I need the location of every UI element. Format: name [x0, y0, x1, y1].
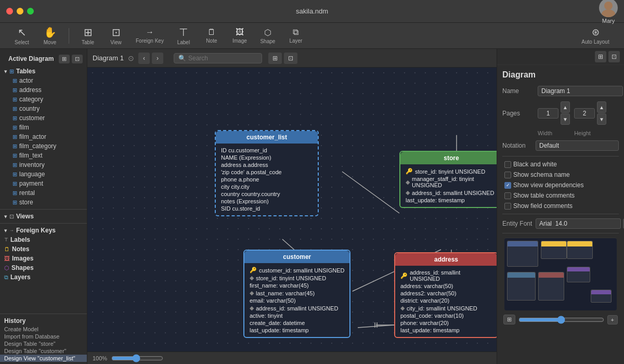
minimize-button[interactable] [17, 8, 23, 15]
table-icon-payment: ⊞ [12, 180, 17, 187]
auto-layout-button[interactable]: ⊛ Auto Layout [577, 24, 614, 47]
layer-tool[interactable]: ⧉ Layer [284, 25, 307, 46]
checkbox-black-white[interactable]: Black and white [502, 161, 619, 168]
height-value[interactable] [574, 108, 595, 119]
user-name: Mary [602, 18, 615, 24]
table-row: ID cu.customer_id [221, 147, 313, 154]
history-item-2[interactable]: Design Table "store" [0, 340, 87, 347]
checkbox-schema-name[interactable]: Show schema name [502, 171, 619, 178]
right-panel-nav: ⊞ ⊡ [595, 51, 620, 62]
tree-item-store[interactable]: ⊞ store [0, 198, 87, 207]
note-tool[interactable]: 🗒 Note [200, 25, 223, 46]
tree-item-film-text[interactable]: ⊞ film_text [0, 151, 87, 160]
shape-tool[interactable]: ⬡ Shape [256, 25, 279, 46]
name-label: Name [502, 87, 534, 95]
tree-item-inventory[interactable]: ⊞ inventory [0, 160, 87, 170]
svg-point-0 [604, 2, 613, 10]
tree-item-payment[interactable]: ⊞ payment [0, 179, 87, 188]
table-tool[interactable]: ⊞ Table [76, 24, 99, 47]
panel-bottom-btn-1[interactable]: ⊞ [503, 315, 515, 324]
height-increment[interactable]: ▲ [597, 101, 606, 113]
minimap-slider[interactable] [518, 316, 604, 324]
nav-next[interactable]: › [152, 53, 163, 64]
tree-images-group[interactable]: 🖼 Images [0, 254, 87, 263]
move-tool[interactable]: ✋ Move [38, 24, 61, 47]
width-decrement[interactable]: ▼ [561, 113, 570, 125]
table-row: ◆city_id: smallint UNSIGNED [400, 304, 492, 312]
close-button[interactable] [6, 8, 13, 15]
table-row: postal_code: varchar(10) [400, 312, 492, 319]
sidebar-nav-btn-1[interactable]: ⊞ [59, 55, 70, 63]
entity-font-input[interactable] [536, 218, 621, 229]
checkbox-tablecomments[interactable] [504, 192, 511, 199]
checkbox-bw[interactable] [504, 161, 511, 168]
checkbox-viewdeps[interactable]: ✓ [504, 182, 511, 189]
tree-item-rental[interactable]: ⊞ rental [0, 188, 87, 198]
height-decrement[interactable]: ▼ [597, 113, 606, 125]
tree-item-language[interactable]: ⊞ language [0, 170, 87, 179]
tree-item-film-category[interactable]: ⊞ film_category [0, 141, 87, 151]
sidebar-nav-btn-2[interactable]: ⊡ [72, 55, 83, 63]
panel-bottom-btn-2[interactable]: + [607, 315, 618, 324]
right-panel-content: Diagram Name Pages ▲ ▼ ▲ [497, 65, 624, 364]
table-customer[interactable]: customer 🔑customer_id: smallint UNSIGNED… [243, 250, 350, 338]
main-canvas[interactable]: customer_list ID cu.customer_id NAME (Ex… [87, 68, 497, 352]
maximize-button[interactable] [27, 8, 34, 15]
tree-item-address[interactable]: ⊞ address [0, 85, 87, 95]
tree-item-customer[interactable]: ⊞ customer [0, 113, 87, 123]
width-value[interactable] [538, 108, 558, 119]
table-row: phone: varchar(20) [400, 319, 492, 327]
tree-item-category[interactable]: ⊞ category [0, 95, 87, 104]
view-tool[interactable]: ⊡ View [105, 24, 127, 47]
view-btn-1[interactable]: ⊞ [268, 53, 282, 64]
image-tool[interactable]: 🖼 Image [228, 25, 251, 46]
foreign-key-tool[interactable]: → Foreign Key [133, 25, 167, 46]
tree-item-country[interactable]: ⊞ country [0, 104, 87, 113]
history-item-4[interactable]: Design View "customer_list" [0, 355, 87, 362]
zoom-slider[interactable] [111, 354, 163, 362]
checkbox-schema[interactable] [504, 172, 511, 178]
checkbox-fieldcomments[interactable] [504, 203, 511, 210]
notation-select[interactable]: Default IDEF1X Crow's Foot [536, 140, 619, 151]
svg-point-1 [602, 9, 615, 17]
right-nav-btn-1[interactable]: ⊞ [595, 51, 606, 62]
tree-shapes-group[interactable]: ⬡ Shapes [0, 263, 87, 272]
tree-layers-group[interactable]: ⧉ Layers [0, 272, 87, 282]
table-row: phone a.phone [221, 176, 313, 183]
table-store[interactable]: store 🔑store_id: tinyint UNSIGNED ◆manag… [399, 151, 497, 208]
name-input[interactable] [538, 86, 623, 96]
view-btn-2[interactable]: ⊡ [284, 53, 297, 64]
mm-table-6 [567, 267, 590, 282]
tree-tables-group[interactable]: ▾ ⊞ Tables [0, 67, 87, 76]
user-profile[interactable]: Mary [599, 0, 618, 24]
checkbox-field-comments[interactable]: Show field comments [502, 202, 619, 210]
table-customer-list[interactable]: customer_list ID cu.customer_id NAME (Ex… [215, 130, 319, 216]
checkbox-table-comments[interactable]: Show table comments [502, 192, 619, 199]
view-icon: ⊡ [112, 26, 121, 38]
tree-views-group[interactable]: ▾ ⊡ Views [0, 212, 87, 221]
pages-label: Pages [502, 110, 534, 117]
right-nav-btn-2[interactable]: ⊡ [608, 51, 620, 62]
search-box[interactable]: 🔍 [174, 53, 262, 63]
history-item-3[interactable]: Design Table "customer" [0, 347, 87, 355]
tree-item-actor[interactable]: ⊞ actor [0, 76, 87, 85]
table-icon-inventory: ⊞ [12, 162, 17, 168]
table-row: SID cu.store_id [221, 205, 313, 212]
history-item-0[interactable]: Create Model [0, 326, 87, 333]
search-input[interactable] [188, 55, 251, 62]
width-increment[interactable]: ▲ [561, 101, 570, 113]
select-tool[interactable]: ↖ Select [10, 24, 33, 47]
history-item-1[interactable]: Import from Database [0, 333, 87, 340]
main-toolbar: ↖ Select ✋ Move ⊞ Table ⊡ View → Foreign… [0, 23, 624, 49]
nav-prev[interactable]: ‹ [138, 53, 150, 64]
checkbox-view-deps[interactable]: ✓ Show view dependencies [502, 181, 619, 189]
tree-fk-group[interactable]: ▾ → Foreign Keys [0, 226, 87, 235]
tree-item-film-actor[interactable]: ⊞ film_actor [0, 132, 87, 141]
shape-icon: ⬡ [264, 28, 271, 37]
tree-item-film[interactable]: ⊞ film [0, 123, 87, 132]
table-row: address a.address [221, 161, 313, 168]
tree-labels-group[interactable]: ⊤ Labels [0, 235, 87, 244]
table-address[interactable]: address 🔑address_id: smallint UNSIGNED a… [394, 252, 497, 338]
tree-notes-group[interactable]: 🗒 Notes [0, 244, 87, 254]
label-tool[interactable]: ⊤ Label [172, 24, 195, 47]
